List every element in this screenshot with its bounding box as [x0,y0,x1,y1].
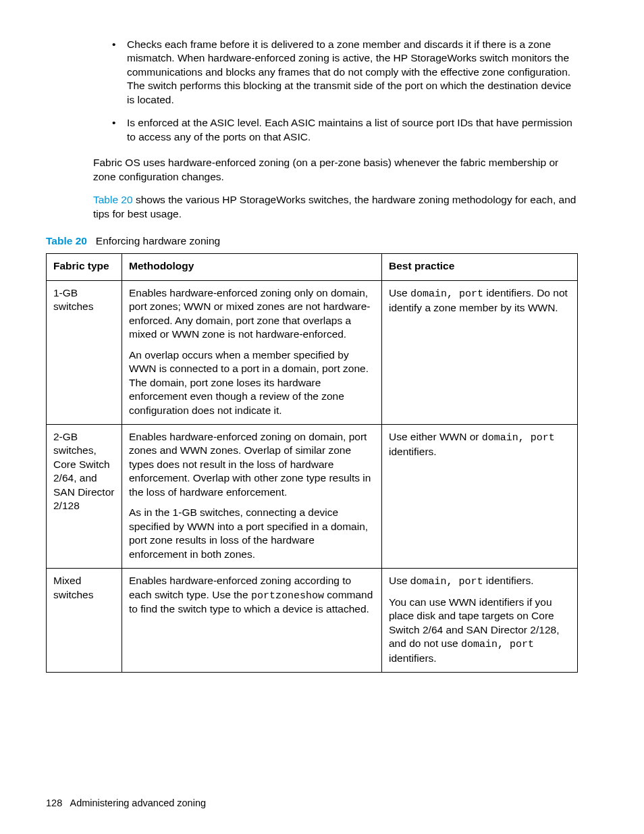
cell-fabric: 2-GB switches, Core Switch 2/64, and SAN… [47,424,122,568]
body-paragraph: Table 20 shows the various HP StorageWor… [46,193,578,221]
bullet-list: Checks each frame before it is delivered… [46,38,578,144]
cell-method: Enables hardware-enforced zoning accordi… [122,569,382,673]
cell-paragraph: Use domain, port identifiers. [389,574,570,589]
cell-paragraph: You can use WWN identifiers if you place… [389,596,570,666]
cell-method: Enables hardware-enforced zoning on doma… [122,424,382,568]
cell-paragraph: Use domain, port identifiers. Do not ide… [389,286,570,315]
cell-method: Enables hardware-enforced zoning only on… [122,280,382,424]
cell-best: Use domain, port identifiers. Do not ide… [382,280,578,424]
cell-text: Use [389,287,410,298]
col-header-best: Best practice [382,254,578,280]
page-number: 128 [46,798,62,808]
code-text: domain, port [410,288,483,300]
bullet-item: Is enforced at the ASIC level. Each ASIC… [112,116,578,144]
bullet-item: Checks each frame before it is delivered… [112,38,578,107]
footer-section-title: Administering advanced zoning [70,798,207,808]
cell-fabric: 1-GB switches [47,280,122,424]
cell-fabric: Mixed switches [47,569,122,673]
cell-text: Use either WWN or [389,431,482,442]
col-header-fabric: Fabric type [47,254,122,280]
cell-text: Use d [389,575,417,586]
body-text: shows the various HP StorageWorks switch… [93,194,576,219]
table-header-row: Fabric type Methodology Best practice [47,254,578,280]
cell-paragraph: Enables hardware-enforced zoning accordi… [129,574,375,617]
table-reference-link[interactable]: Table 20 [93,194,133,205]
code-text: portzoneshow [251,590,324,602]
cell-text: identifiers. [483,575,534,586]
cell-paragraph: Enables hardware-enforced zoning only on… [129,286,375,342]
page-footer: 128 Administering advanced zoning [46,797,206,810]
cell-paragraph: As in the 1-GB switches, connecting a de… [129,506,375,561]
cell-best: Use domain, port identifiers. You can us… [382,569,578,673]
table-caption-label: Table 20 [46,235,87,246]
document-page: Checks each frame before it is delivered… [0,0,644,834]
cell-paragraph: An overlap occurs when a member specifie… [129,348,375,417]
code-text: domain, port [482,432,555,444]
cell-text: identifiers. [389,652,437,664]
table-row: Mixed switches Enables hardware-enforced… [47,569,578,673]
table-caption: Table 20 Enforcing hardware zoning [46,234,578,248]
cell-paragraph: Enables hardware-enforced zoning on doma… [129,430,375,499]
code-text: omain, port [417,576,483,588]
table-row: 1-GB switches Enables hardware-enforced … [47,280,578,424]
code-text: domain, port [461,639,534,650]
cell-text: identifiers. [389,446,437,457]
body-paragraph: Fabric OS uses hardware-enforced zoning … [46,156,578,184]
cell-paragraph: Use either WWN or domain, port identifie… [389,430,570,459]
zoning-table: Fabric type Methodology Best practice 1-… [46,253,578,673]
cell-best: Use either WWN or domain, port identifie… [382,424,578,568]
table-row: 2-GB switches, Core Switch 2/64, and SAN… [47,424,578,568]
table-caption-text: Enforcing hardware zoning [96,235,220,246]
col-header-method: Methodology [122,254,382,280]
